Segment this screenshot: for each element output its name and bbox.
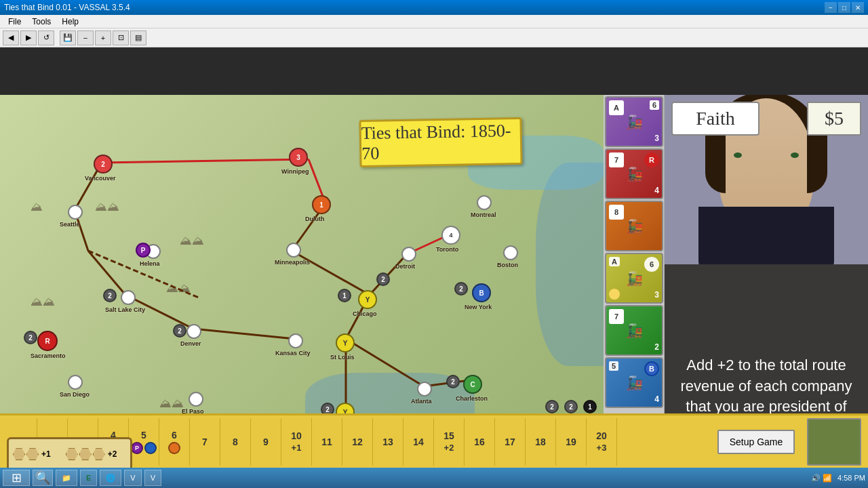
token-blue-5 <box>144 442 157 454</box>
card-red-7r[interactable]: 7 R 🚂 4 <box>605 148 663 199</box>
toolbar-save[interactable]: 💾 <box>60 30 76 45</box>
label-montreal: Montreal <box>471 211 496 218</box>
card-blue-5b[interactable]: 5 B 🚂 4 <box>605 357 663 408</box>
label-winnipeg: Winnipeg <box>281 168 309 175</box>
taskbar-app-vassal2[interactable]: V <box>144 470 161 486</box>
city-newyork[interactable]: B <box>472 283 491 302</box>
label-chicago: Chicago <box>353 310 377 317</box>
toolbar: ◀ ▶ ↺ 💾 − + ⊡ ▤ <box>0 28 868 47</box>
card-green-7[interactable]: 7 🚂 2 <box>605 305 663 356</box>
token-purple-5: P <box>131 442 143 454</box>
taskbar-app-explorer[interactable]: 📁 <box>56 470 77 486</box>
city-sacramento[interactable]: R <box>37 331 58 351</box>
city-duluth[interactable]: 1 <box>312 195 331 214</box>
label-kc: Kansas City <box>275 350 311 357</box>
toolbar-undo[interactable]: ↺ <box>38 30 54 45</box>
vassal2-icon: V <box>151 474 155 482</box>
city-detroit[interactable] <box>401 247 416 262</box>
score-cell-6: 6 <box>159 418 190 466</box>
city-sandiego[interactable] <box>68 375 83 390</box>
minimize-button[interactable]: − <box>825 2 837 13</box>
card-orange-8[interactable]: 8 🚂 <box>605 201 663 251</box>
score-cell-12: 12 <box>342 418 373 466</box>
toolbar-back[interactable]: ◀ <box>3 30 19 45</box>
token-num-charleston[interactable]: 2 <box>446 375 460 388</box>
explorer-icon: 📁 <box>62 474 71 483</box>
maximize-button[interactable]: □ <box>838 2 850 13</box>
token-num-sac[interactable]: 2 <box>24 331 37 344</box>
toolbar-fit[interactable]: ⊡ <box>113 30 129 45</box>
menu-tools[interactable]: Tools <box>26 16 56 28</box>
card-badge-a: A <box>609 100 624 115</box>
menu-help[interactable]: Help <box>56 16 84 28</box>
taskbar-left: ⊞ 🔍 📁 E 🌐 V V <box>3 470 161 486</box>
city-toronto[interactable]: 4 <box>441 226 460 245</box>
toolbar-forward[interactable]: ▶ <box>20 30 37 45</box>
game-title-text: Ties that Bind: 1850-70 <box>361 121 520 164</box>
taskbar-app-vassal1[interactable]: V <box>124 470 141 486</box>
city-slc[interactable] <box>121 290 136 305</box>
toolbar-layout[interactable]: ▤ <box>130 30 146 45</box>
token-num-denver[interactable]: 2 <box>173 324 186 338</box>
card-train-icon-4: 🚂 <box>626 270 643 287</box>
token-num-chicago2[interactable]: 2 <box>376 272 390 286</box>
city-kc[interactable] <box>288 333 303 348</box>
menu-bar: File Tools Help <box>0 15 868 28</box>
card-train-icon: 🚂 <box>626 114 643 130</box>
game-title-card: Ties that Bind: 1850-70 <box>359 117 522 167</box>
card-purple-a6[interactable]: A 6 🚂 3 <box>605 96 663 147</box>
label-sandiego: San Diego <box>60 391 90 398</box>
score-cell-5: 5 P <box>129 418 159 466</box>
city-montreal[interactable] <box>477 195 492 210</box>
menu-file[interactable]: File <box>3 16 26 28</box>
city-chicago[interactable]: Y <box>358 290 377 309</box>
label-seattle: Seattle <box>60 221 80 228</box>
city-charleston[interactable]: C <box>463 375 482 394</box>
city-vancouver[interactable]: 2 <box>94 155 113 174</box>
mountain-terrain-s: ⛰⛰ <box>159 396 184 411</box>
token-num-ny[interactable]: 2 <box>454 282 468 296</box>
label-helena: Helena <box>140 260 160 267</box>
setup-game-button[interactable]: Setup Game <box>717 430 795 454</box>
search-button[interactable]: 🔍 <box>33 470 53 486</box>
label-minneapolis: Minneapolis <box>275 259 310 266</box>
card-num-6: 6 <box>650 100 659 110</box>
card-train-icon-5: 🚂 <box>626 323 643 339</box>
city-denver[interactable] <box>186 324 201 339</box>
city-winnipeg[interactable]: 3 <box>289 148 308 167</box>
start-button[interactable]: ⊞ <box>3 470 30 486</box>
close-button[interactable]: ✕ <box>852 2 864 13</box>
city-stlouis[interactable]: Y <box>336 333 355 352</box>
toolbar-zoom-in[interactable]: + <box>95 30 111 45</box>
city-minneapolis[interactable] <box>286 243 301 258</box>
label-newyork: New York <box>465 304 492 310</box>
tokens-cell-6 <box>168 442 180 454</box>
score-cell-17: 17 <box>495 418 526 466</box>
title-text: Ties that Bind 0.01 - VASSAL 3.5.4 <box>4 3 130 12</box>
token-num-slc[interactable]: 2 <box>103 289 117 302</box>
taskbar-app-browser[interactable]: 🌐 <box>100 470 121 486</box>
title-bar: Ties that Bind 0.01 - VASSAL 3.5.4 − □ ✕ <box>0 0 868 15</box>
taskbar: ⊞ 🔍 📁 E 🌐 V V 🔊 📶 4:58 PM <box>0 468 868 488</box>
card-r-badge: R <box>644 152 659 167</box>
score-cell-7: 7 <box>190 418 220 466</box>
card-badge-8: 8 <box>609 205 624 220</box>
card-badge-yg6: A <box>609 257 620 266</box>
tokens-cell-5: P <box>131 442 157 454</box>
score-cell-15: 15 +2 <box>434 418 465 466</box>
city-atlanta[interactable] <box>417 382 432 396</box>
token-purple-helena[interactable]: P <box>136 243 151 258</box>
toolbar-zoom-out[interactable]: − <box>77 30 94 45</box>
label-denver: Denver <box>180 340 201 347</box>
city-seattle[interactable] <box>68 205 83 220</box>
card-yellow-green-6[interactable]: A 6 🚂 3 <box>605 253 663 304</box>
taskbar-app-excel[interactable]: E <box>80 470 97 486</box>
score-cell-19: 19 <box>556 418 587 466</box>
city-boston[interactable] <box>503 245 518 260</box>
svg-line-2 <box>88 251 125 295</box>
city-elpaso[interactable] <box>189 392 203 407</box>
token-num-chicago[interactable]: 1 <box>338 289 351 302</box>
card-badge-b5: 5 <box>609 361 618 371</box>
score-num-1: 2 <box>545 400 559 413</box>
atlantic-ocean <box>536 163 604 366</box>
